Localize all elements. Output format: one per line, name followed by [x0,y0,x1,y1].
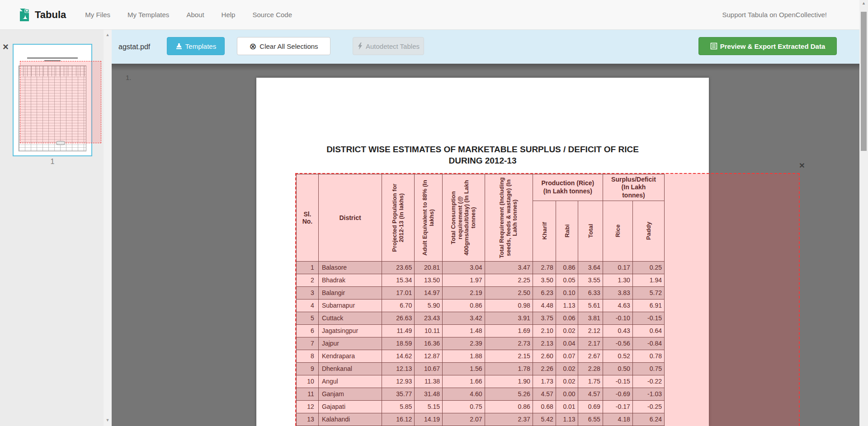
nav-links: My Files My Templates About Help Source … [85,11,309,19]
mini-title-bar [27,57,78,59]
navbar: Tabula My Files My Templates About Help … [0,0,859,30]
remove-page-icon[interactable]: × [3,42,9,51]
mini-selection-box[interactable] [20,61,101,143]
page-thumbnail[interactable] [13,44,92,156]
nav-item-my-templates[interactable]: My Templates [127,11,169,19]
lightning-bolt-icon [357,42,363,50]
pdf-title-line1: DISTRICT WISE ESTIMATES OF MARKETABLE SU… [256,144,709,155]
brand-name: Tabula [35,9,66,21]
mini-selection-resize-handle[interactable] [56,141,65,145]
templates-button[interactable]: Templates [167,37,225,55]
export-button-label: Preview & Export Extracted Data [720,42,826,50]
scroll-down-icon[interactable]: ▼ [104,417,112,423]
toolbar: agstat.pdf Templates ⊗ Clear All Selecti… [112,30,859,64]
thumbnail-page-number: 1 [13,158,92,166]
clear-all-selections-button[interactable]: ⊗ Clear All Selections [237,37,330,55]
filename-label: agstat.pdf [118,30,150,64]
nav-item-help[interactable]: Help [222,11,236,19]
tabula-logo-icon [17,7,31,23]
autodetect-tables-button[interactable]: Autodetect Tables [353,37,424,55]
tabula-app: Tabula My Files My Templates About Help … [0,0,868,426]
brand-link[interactable]: Tabula [17,7,66,23]
scroll-up-icon[interactable]: ▲ [104,32,112,38]
page-thumbnail-sidebar: × 1 ▲ ▼ [0,30,112,426]
document-viewport: 1. DISTRICT WISE ESTIMATES OF MARKETABLE… [112,64,859,426]
selection-overlay[interactable] [295,173,800,426]
top-shadow [112,64,859,71]
nav-item-about[interactable]: About [186,11,204,19]
nav-item-my-files[interactable]: My Files [85,11,110,19]
circle-x-icon: ⊗ [249,42,256,51]
table-list-icon [710,42,717,50]
page-marker: 1. [126,74,132,81]
nav-item-source-code[interactable]: Source Code [252,11,292,19]
scrollbar-thumb[interactable] [861,12,867,151]
autodetect-button-label: Autodetect Tables [366,42,420,50]
preview-export-button[interactable]: Preview & Export Extracted Data [698,37,837,55]
pdf-table-title: DISTRICT WISE ESTIMATES OF MARKETABLE SU… [256,144,709,166]
support-link[interactable]: Support Tabula on OpenCollective! [722,11,827,19]
selection-close-icon[interactable]: × [797,160,807,171]
scrollbar-up-icon[interactable]: ▲ [859,1,868,5]
templates-button-label: Templates [185,42,216,50]
pdf-title-line2: DURING 2012-13 [256,155,709,166]
clear-button-label: Clear All Selections [259,42,318,50]
window-scrollbar[interactable]: ▲ [859,0,868,426]
sidebar-scrollbar[interactable]: ▲ ▼ [104,30,112,426]
template-stamp-icon [175,42,183,50]
